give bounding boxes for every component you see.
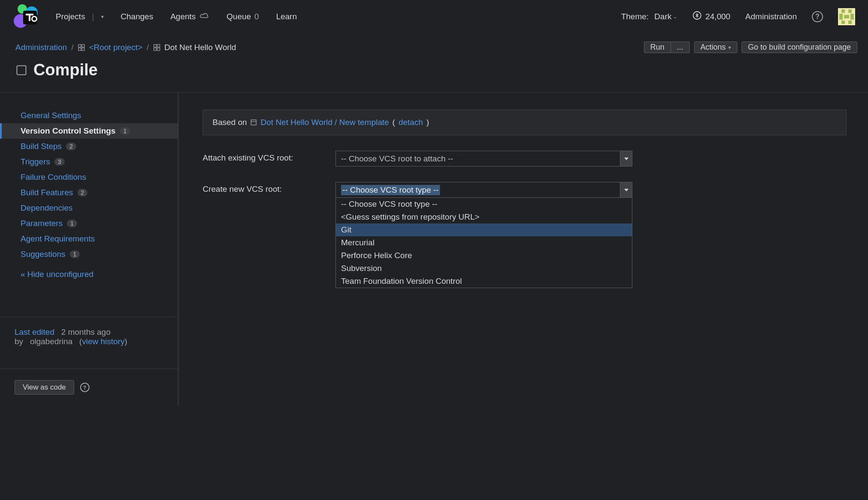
breadcrumb-administration[interactable]: Administration	[15, 43, 67, 52]
project-icon	[78, 44, 85, 51]
sidebar-item-build-steps[interactable]: Build Steps 2	[0, 139, 178, 154]
theme-value: Dark	[654, 12, 671, 21]
view-as-code-row: View as code ?	[0, 369, 178, 406]
sidebar-item-label: Dependencies	[21, 203, 72, 213]
svg-rect-24	[17, 65, 26, 74]
sidebar-item-parameters[interactable]: Parameters 1	[0, 216, 178, 231]
last-edited-user: olgabedrina	[30, 337, 72, 346]
sidebar-item-label: Parameters	[21, 219, 63, 228]
last-edited-block: Last edited 2 months ago by olgabedrina …	[0, 317, 178, 357]
attach-vcs-value: -- Choose VCS root to attach --	[341, 154, 453, 164]
svg-rect-19	[82, 48, 84, 51]
sidebar-item-build-features[interactable]: Build Features 2	[0, 185, 178, 200]
count-badge: 1	[67, 220, 77, 227]
theme-picker[interactable]: Theme: Dark ⌄	[621, 12, 678, 21]
attach-vcs-row: Attach existing VCS root: -- Choose VCS …	[203, 151, 847, 167]
nav-changes-label: Changes	[121, 12, 153, 21]
nav-projects[interactable]: Projects | ▾	[56, 12, 104, 21]
nav-changes[interactable]: Changes	[121, 12, 153, 21]
sidebar-item-agent-requirements[interactable]: Agent Requirements	[0, 231, 178, 247]
actions-button[interactable]: Actions ▾	[694, 42, 737, 53]
create-vcs-select[interactable]: -- Choose VCS root type --	[335, 182, 632, 198]
last-edited-by-prefix: by	[15, 337, 23, 346]
nav-agents-label: Agents	[171, 12, 196, 21]
teamcity-logo[interactable]	[13, 4, 39, 30]
dropdown-handle-icon[interactable]	[620, 182, 632, 197]
sidebar-item-label: Triggers	[21, 157, 50, 167]
nav-queue[interactable]: Queue 0	[227, 12, 259, 21]
svg-rect-13	[844, 15, 849, 18]
run-button[interactable]: Run	[644, 42, 670, 53]
nav-agents[interactable]: Agents	[171, 12, 210, 21]
sidebar-item-general-settings[interactable]: General Settings	[0, 108, 178, 123]
template-link[interactable]: Dot Net Hello World / New template	[260, 118, 389, 127]
count-badge: 3	[54, 158, 65, 166]
sidebar-list: General Settings Version Control Setting…	[0, 108, 178, 262]
sidebar-item-label: Suggestions	[21, 250, 66, 259]
build-config-icon	[15, 64, 27, 76]
sidebar-item-vcs-settings[interactable]: Version Control Settings 1	[0, 123, 178, 139]
sidebar-item-triggers[interactable]: Triggers 3	[0, 154, 178, 170]
theme-label: Theme:	[621, 12, 649, 21]
svg-rect-25	[251, 120, 256, 125]
vcs-option-subversion[interactable]: Subversion	[336, 262, 632, 275]
count-badge: 2	[78, 189, 88, 196]
vcs-option-placeholder[interactable]: -- Choose VCS root type --	[336, 198, 632, 211]
svg-rect-9	[841, 9, 845, 13]
svg-rect-23	[157, 48, 160, 51]
sidebar-item-label: Agent Requirements	[21, 234, 95, 244]
svg-rect-18	[78, 48, 81, 51]
attach-vcs-select[interactable]: -- Choose VCS root to attach --	[335, 151, 632, 167]
sidebar: General Settings Version Control Setting…	[0, 92, 179, 406]
attach-vcs-field: -- Choose VCS root to attach --	[335, 151, 632, 167]
last-edited-link[interactable]: Last edited	[15, 327, 54, 336]
view-history-link[interactable]: view history	[82, 337, 124, 346]
sidebar-item-label: Failure Conditions	[21, 173, 86, 182]
breadcrumb-sep: /	[71, 43, 73, 52]
dropdown-handle-icon[interactable]	[620, 151, 632, 166]
help-icon[interactable]: ?	[812, 11, 823, 22]
goto-build-config-button[interactable]: Go to build configuration page	[742, 42, 857, 53]
vcs-option-tfvc[interactable]: Team Foundation Version Control	[336, 275, 632, 288]
create-vcs-row: Create new VCS root: -- Choose VCS root …	[203, 182, 847, 288]
breadcrumb: Administration / <Root project> / Dot Ne…	[15, 43, 236, 52]
view-as-code-button[interactable]: View as code	[15, 380, 74, 395]
credits-display[interactable]: 24,000	[692, 11, 730, 22]
svg-rect-22	[154, 48, 156, 51]
chevron-down-icon[interactable]: ▾	[101, 14, 104, 20]
vcs-option-mercurial[interactable]: Mercurial	[336, 236, 632, 249]
sidebar-item-label: Version Control Settings	[21, 126, 116, 136]
queue-count: 0	[254, 12, 259, 21]
breadcrumb-root-project[interactable]: <Root project>	[89, 43, 143, 52]
run-more-button[interactable]: ...	[670, 42, 690, 53]
hide-unconfigured-link[interactable]: « Hide unconfigured	[21, 270, 93, 279]
svg-rect-20	[154, 45, 156, 47]
detach-link[interactable]: detach	[398, 118, 423, 127]
nav-projects-label: Projects	[56, 12, 85, 21]
vcs-option-perforce[interactable]: Perforce Helix Core	[336, 249, 632, 262]
count-badge: 2	[66, 143, 76, 150]
vcs-option-git[interactable]: Git	[336, 223, 632, 236]
count-badge: 1	[120, 127, 130, 135]
sidebar-item-dependencies[interactable]: Dependencies	[0, 200, 178, 216]
sidebar-item-suggestions[interactable]: Suggestions 1	[0, 247, 178, 262]
nav-items: Projects | ▾ Changes Agents Queue 0 Lear…	[56, 12, 297, 21]
administration-link[interactable]: Administration	[745, 12, 797, 21]
help-icon[interactable]: ?	[80, 383, 90, 392]
sidebar-item-label: General Settings	[21, 111, 81, 120]
chevron-down-icon: ▾	[728, 45, 731, 51]
breadcrumb-current: Dot Net Hello World	[165, 43, 236, 52]
svg-rect-15	[848, 21, 852, 24]
nav-learn[interactable]: Learn	[276, 12, 297, 21]
avatar[interactable]	[838, 8, 855, 25]
sidebar-item-failure-conditions[interactable]: Failure Conditions	[0, 170, 178, 185]
count-badge: 1	[70, 250, 80, 258]
svg-rect-12	[850, 14, 854, 20]
hide-unconfigured-row: « Hide unconfigured	[0, 262, 178, 287]
page-title: Compile	[33, 61, 98, 79]
svg-rect-11	[839, 14, 843, 20]
project-icon	[153, 44, 160, 51]
svg-rect-21	[157, 45, 160, 47]
vcs-option-guess[interactable]: <Guess settings from repository URL>	[336, 211, 632, 223]
create-vcs-field: -- Choose VCS root type -- -- Choose VCS…	[335, 182, 632, 288]
